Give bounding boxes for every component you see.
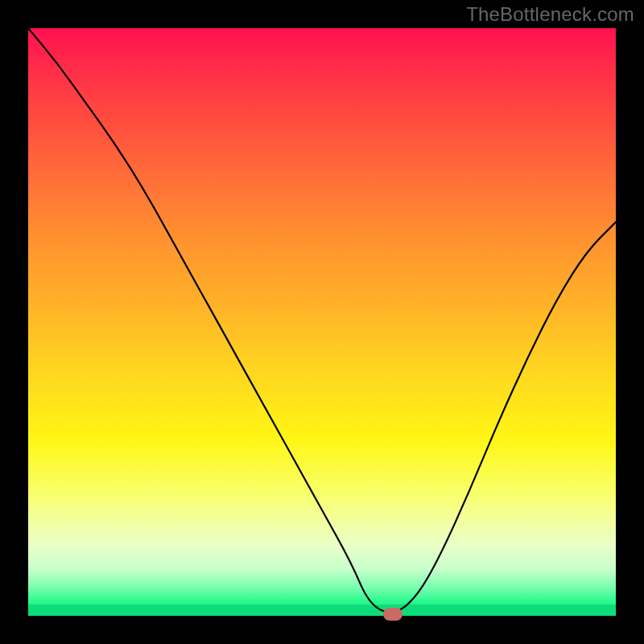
optimal-point-marker (383, 608, 402, 621)
plot-area (28, 28, 616, 616)
watermark-text: TheBottleneck.com (466, 3, 634, 26)
chart-container: TheBottleneck.com (0, 0, 644, 644)
bottleneck-curve (28, 28, 616, 616)
